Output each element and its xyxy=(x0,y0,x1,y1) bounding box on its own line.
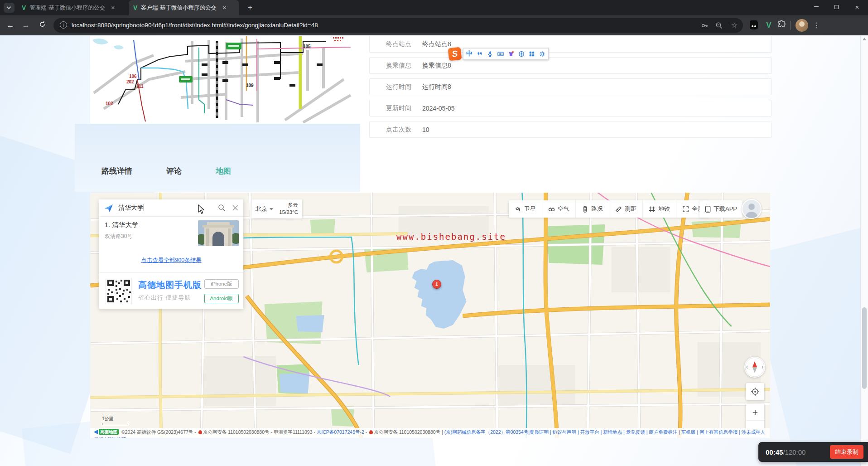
amap-logo-text: 高德地图 xyxy=(99,429,119,435)
search-icon[interactable] xyxy=(218,204,226,212)
scroll-up-arrow-icon[interactable] xyxy=(863,38,866,40)
android-download-button[interactable]: Android版 xyxy=(204,294,239,303)
compass-icon xyxy=(744,357,765,378)
zoom-out-icon[interactable] xyxy=(715,22,723,29)
forward-button[interactable]: → xyxy=(20,19,32,31)
ime-wheel-icon[interactable] xyxy=(518,51,525,57)
satellite-icon xyxy=(515,206,521,213)
route-label: 106 xyxy=(129,74,137,79)
ime-punctuation-icon[interactable] xyxy=(477,51,483,57)
detail-row: 运行时间运行时间8 xyxy=(369,78,772,95)
satellite-toggle[interactable]: 卫星 xyxy=(509,200,542,218)
ime-keyboard-icon[interactable] xyxy=(497,51,504,57)
tab-title: 管理端-基于微信小程序的公交 xyxy=(29,4,106,12)
ime-icons-bar: 中 xyxy=(463,48,549,60)
bookmark-star-icon[interactable]: ☆ xyxy=(731,21,738,29)
subway-toggle[interactable]: 地铁 xyxy=(643,200,676,218)
fullscreen-icon xyxy=(682,206,689,213)
map-search-bar[interactable]: 清华大学 xyxy=(99,199,243,217)
locate-me-button[interactable] xyxy=(746,383,764,400)
download-app-button[interactable]: 下载APP xyxy=(699,200,743,218)
detail-row: 终点站点终点站点8 xyxy=(369,36,772,53)
air-quality-toggle[interactable]: 空气 xyxy=(542,200,576,218)
sogou-logo-icon[interactable]: S xyxy=(448,47,462,61)
password-key-icon[interactable] xyxy=(701,22,709,29)
browser-tab-client[interactable]: V 客户端-基于微信小程序的公交 × xyxy=(129,0,239,15)
see-all-results-link[interactable]: 点击查看全部900条结果 xyxy=(141,257,201,263)
app-promo-panel: 高德地图手机版 省心出行 便捷导航 iPhone版 Android版 xyxy=(99,272,243,309)
browser-menu-icon[interactable]: ⋮ xyxy=(812,19,821,31)
city-weather-widget[interactable]: 北京 多云 15/23°C xyxy=(251,199,302,218)
back-button[interactable]: ← xyxy=(5,19,16,31)
tab-search-button[interactable] xyxy=(4,3,14,13)
profile-avatar[interactable] xyxy=(796,19,808,32)
site-watermark: www.bishebang.site xyxy=(396,232,506,242)
tab-map[interactable]: 地图 xyxy=(216,166,231,176)
reload-button[interactable] xyxy=(36,19,48,31)
field-value: 换乘信息8 xyxy=(422,62,451,70)
tab-close-icon[interactable]: × xyxy=(111,4,115,11)
browser-tabstrip: V 管理端-基于微信小程序的公交 × V 客户端-基于微信小程序的公交 × + … xyxy=(0,0,868,15)
route-label: 102 xyxy=(106,101,113,106)
site-info-icon[interactable]: i xyxy=(60,21,67,29)
compass-control[interactable] xyxy=(744,357,765,378)
field-value: 运行时间8 xyxy=(422,83,451,91)
recording-total: 120:00 xyxy=(785,448,806,456)
map-container: www.bishebang.site 1 清华大学 1. 清华大学 双清路30号 xyxy=(90,193,770,438)
browser-toolbar: ← → i localhost:8080/springbooto904d6p1/… xyxy=(0,15,868,35)
toolbar-divider xyxy=(790,21,791,30)
address-bar[interactable]: i localhost:8080/springbooto904d6p1/fron… xyxy=(53,18,743,33)
tab-comments[interactable]: 评论 xyxy=(166,166,182,176)
route-map-canvas: 102 106 202 111 109 105 xyxy=(90,36,353,124)
amap-logo-icon xyxy=(104,203,114,213)
map-user-avatar[interactable] xyxy=(742,199,762,219)
icp-link[interactable]: 京ICP备07017245号-2 xyxy=(317,429,364,435)
air-quality-icon xyxy=(548,206,555,213)
window-maximize-button[interactable] xyxy=(826,0,846,14)
route-map-image: 102 106 202 111 109 105 xyxy=(90,36,353,124)
zoom-in-button[interactable]: + xyxy=(746,404,764,421)
map-marker-1[interactable]: 1 xyxy=(432,280,441,289)
stop-recording-button[interactable]: 结束录制 xyxy=(830,445,863,459)
tab-route-detail[interactable]: 路线详情 xyxy=(101,166,132,176)
tab-close-icon[interactable]: × xyxy=(222,4,226,11)
traffic-toggle[interactable]: 路况 xyxy=(576,200,609,218)
page-scrollbar[interactable] xyxy=(860,35,868,466)
maximize-icon xyxy=(834,5,839,9)
decor-block xyxy=(75,124,360,192)
new-tab-button[interactable]: + xyxy=(245,3,256,12)
ime-settings-icon[interactable] xyxy=(539,51,545,57)
field-value: 10 xyxy=(422,126,429,133)
route-label: 105 xyxy=(303,44,311,49)
search-result-item[interactable]: 1. 清华大学 双清路30号 点击查看全部900条结果 xyxy=(99,217,243,272)
field-label: 终点站点 xyxy=(386,40,411,49)
browser-tab-admin[interactable]: V 管理端-基于微信小程序的公交 × xyxy=(17,0,125,15)
map-search-panel: 清华大学 1. 清华大学 双清路30号 点击查看全部 xyxy=(99,199,243,309)
field-value: 2024-05-05 xyxy=(422,105,455,112)
close-icon[interactable] xyxy=(232,204,239,211)
mouse-cursor xyxy=(198,204,205,214)
field-label: 更新时间 xyxy=(386,104,411,112)
extensions-puzzle-icon[interactable] xyxy=(776,19,788,31)
ime-mic-icon[interactable] xyxy=(487,51,493,57)
map-toolbar: 卫星 空气 路况 测距 地铁 全屏 xyxy=(509,200,709,218)
recording-elapsed: 00:45 xyxy=(766,448,783,456)
iphone-download-button[interactable]: iPhone版 xyxy=(204,279,239,289)
phone-icon xyxy=(705,206,711,213)
reload-icon xyxy=(39,21,46,28)
window-minimize-button[interactable] xyxy=(806,0,826,14)
measure-tool[interactable]: 测距 xyxy=(609,200,643,218)
chevron-down-icon xyxy=(270,208,273,210)
vue-devtools-icon[interactable]: V xyxy=(763,19,775,31)
scrollbar-thumb[interactable] xyxy=(862,307,867,389)
weather-condition: 多云 xyxy=(279,202,298,209)
detail-rows: 终点站点终点站点8 换乘信息换乘信息8 运行时间运行时间8 更新时间2024-0… xyxy=(369,36,772,142)
chevron-down-icon xyxy=(7,5,11,10)
weather-temp: 15/23°C xyxy=(279,209,298,216)
ime-lang-icon[interactable]: 中 xyxy=(466,50,473,58)
ime-apps-icon[interactable] xyxy=(529,51,535,57)
window-close-button[interactable]: × xyxy=(847,0,867,14)
extension-app-icon[interactable] xyxy=(748,19,760,31)
city-selector[interactable]: 北京 xyxy=(256,205,267,213)
ime-skin-icon[interactable] xyxy=(508,51,514,57)
